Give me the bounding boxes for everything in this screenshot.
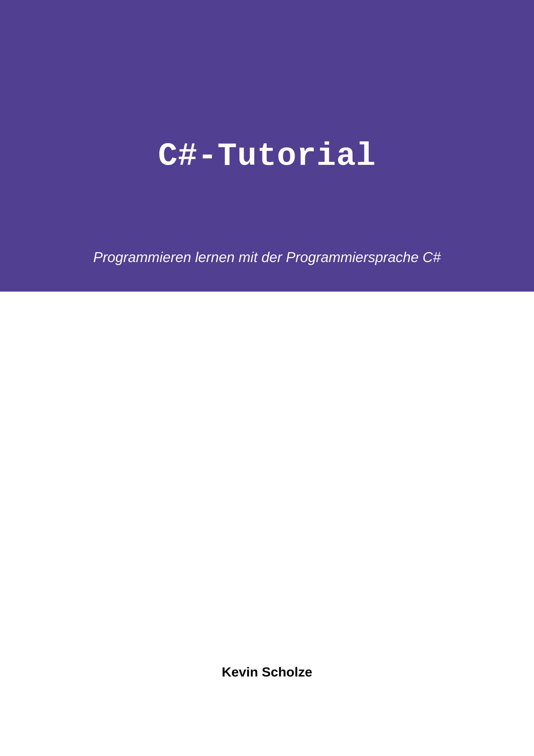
header-band: C#-Tutorial Programmieren lernen mit der… xyxy=(0,0,534,292)
book-subtitle: Programmieren lernen mit der Programmier… xyxy=(0,249,534,265)
book-title: C#-Tutorial xyxy=(0,138,534,175)
author-name: Kevin Scholze xyxy=(0,664,534,680)
